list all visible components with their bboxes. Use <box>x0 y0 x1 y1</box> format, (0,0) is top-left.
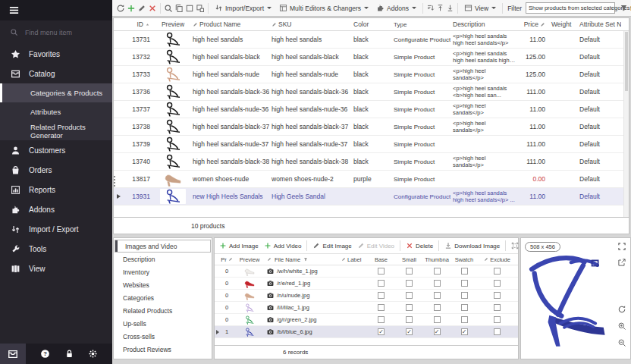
open-external-icon[interactable] <box>617 258 626 267</box>
checkbox-thumb[interactable] <box>434 292 441 299</box>
add-button[interactable] <box>127 2 136 14</box>
tab-categories[interactable]: Categories <box>115 291 211 304</box>
bottom-icon-help[interactable]: ? <box>40 349 50 359</box>
checkbox-swatch[interactable] <box>461 304 468 311</box>
tab-description[interactable]: Description <box>115 253 211 265</box>
checkbox-small[interactable] <box>406 268 413 275</box>
checkbox-exclude[interactable] <box>494 304 501 311</box>
bottom-icon-settings[interactable] <box>88 349 98 359</box>
column-attribute-set[interactable]: Attribute Set Name <box>577 20 621 28</box>
checkbox-thumb[interactable] <box>434 328 441 335</box>
tab-images-and-video[interactable]: Images and Video <box>115 240 211 253</box>
edit-image-button[interactable]: Edit Image <box>311 242 353 249</box>
sidebar-item-catalog[interactable]: Catalog <box>0 64 112 83</box>
checkbox-exclude[interactable] <box>494 268 501 275</box>
column-color[interactable]: Color <box>351 20 391 28</box>
checkbox-base[interactable] <box>378 316 385 323</box>
column-base[interactable]: Base <box>367 256 395 263</box>
edit-button[interactable] <box>137 2 146 14</box>
product-row-13738[interactable]: 13738 high heel sandals-black-37 high he… <box>114 118 629 136</box>
sidebar-item-view[interactable]: View <box>0 259 112 278</box>
move-down-button[interactable] <box>446 2 454 14</box>
product-row-13740[interactable]: 13740 high heel sandals-black-38 high he… <box>114 153 629 171</box>
fullscreen-icon[interactable] <box>617 242 626 251</box>
sidebar-subitem-categories-products[interactable]: Categories & Products <box>0 83 112 102</box>
image-row-w-h-white-1-jpg[interactable]: 0 /w/h/white_1.jpg <box>215 265 518 278</box>
zoom-in-icon[interactable] <box>617 322 626 331</box>
checkbox-exclude[interactable] <box>494 316 501 323</box>
checkbox-base[interactable] <box>378 280 385 287</box>
column-label[interactable]: Label <box>340 256 367 263</box>
column-thumbnail[interactable]: Thumbna <box>423 256 450 263</box>
tab-websites[interactable]: Websites <box>115 278 211 291</box>
checkbox-small[interactable] <box>406 304 413 311</box>
product-row-13817[interactable]: 13817 women shoes-nude women shoes-nude-… <box>114 171 629 188</box>
download-image-button[interactable]: Download Image <box>443 242 501 249</box>
copy-button[interactable] <box>174 2 184 14</box>
add-video-button[interactable]: Add Video <box>262 242 303 249</box>
product-row-13739[interactable]: 13739 high heel sandals-nude-37 high hee… <box>114 136 629 153</box>
menu-search-input[interactable] <box>24 28 96 37</box>
checkbox-small[interactable] <box>406 280 413 287</box>
checkbox-swatch[interactable] <box>461 268 468 275</box>
product-row-13737[interactable]: 13737 high heel sandals-nude-36 high hee… <box>114 101 629 118</box>
image-row-l-i-lilac-1-jpg[interactable]: 0 /l/i/lilac_1.jpg <box>215 302 518 314</box>
product-row-13732[interactable]: 13732 high heel sandals-black high heel … <box>114 49 629 66</box>
refresh-button[interactable] <box>116 2 125 14</box>
menu-addons[interactable]: Addons <box>373 2 419 14</box>
splitter-handle[interactable] <box>114 176 118 187</box>
move-up-button[interactable] <box>436 2 444 14</box>
product-row-13931[interactable]: 13931 new High Heels Sandals High Geels … <box>114 188 629 206</box>
delete-button[interactable]: Delete <box>404 242 435 249</box>
scrollbar-thumb[interactable] <box>625 32 628 91</box>
category-filter-select[interactable]: Show products from selected categories <box>526 2 615 14</box>
image-row-n-u-nude-jpg[interactable]: 0 /n/u/nude.jpg <box>215 290 518 302</box>
tab-related-products[interactable]: Related Products <box>115 304 211 317</box>
bottom-icon-lock[interactable] <box>64 349 74 359</box>
menu-multi-editors-changers[interactable]: Multi Editors & Changers <box>276 2 372 14</box>
delete-button[interactable] <box>148 2 157 14</box>
column-product-name[interactable]: Product Name <box>190 20 269 28</box>
tab-inventory[interactable]: Inventory <box>115 265 211 278</box>
checkbox-exclude[interactable] <box>494 292 501 299</box>
checkbox-exclude[interactable] <box>494 280 501 287</box>
column-swatch[interactable]: Swatch <box>450 256 478 263</box>
checkbox-swatch[interactable] <box>461 280 468 287</box>
column-small[interactable]: Small <box>395 256 423 263</box>
product-row-13736[interactable]: 13736 high heel sandals-black-36 high he… <box>114 83 629 101</box>
vertical-scrollbar[interactable] <box>623 31 629 217</box>
image-row-b-l-blue-6-jpg[interactable]: 1 /b/l/blue_6.jpg <box>215 326 518 338</box>
checkbox-small[interactable] <box>406 292 413 299</box>
duplicate-button[interactable] <box>196 2 205 14</box>
sidebar-item-reports[interactable]: Reports <box>0 180 112 199</box>
checkbox-base[interactable] <box>378 268 385 275</box>
zoom-out-icon[interactable] <box>617 338 626 347</box>
menu-view[interactable]: View <box>461 2 499 14</box>
sidebar-item-import-export[interactable]: Import / Export <box>0 219 112 239</box>
bottom-icon-products[interactable] <box>0 344 26 364</box>
checkbox-swatch[interactable] <box>461 328 468 335</box>
sidebar-item-customers[interactable]: Customers <box>0 140 112 160</box>
image-row-r-e-red-1-jpg[interactable]: 0 /r/e/red_1.jpg <box>215 278 518 290</box>
sidebar-item-tools[interactable]: Tools <box>0 239 112 259</box>
sidebar-item-favorites[interactable]: Favorites <box>0 44 112 64</box>
rotate-icon[interactable] <box>617 305 626 314</box>
column-id[interactable]: ID <box>124 20 155 28</box>
edit-video-button[interactable]: Edit Video <box>356 242 396 249</box>
column-preview[interactable]: Preview <box>234 256 265 263</box>
menu-filters[interactable]: Filters <box>617 2 631 14</box>
column-exclude[interactable]: Exclude <box>478 256 516 263</box>
sort-button[interactable] <box>426 2 435 14</box>
checkbox-thumb[interactable] <box>434 268 441 275</box>
checkbox-small[interactable] <box>406 328 413 335</box>
column-description[interactable]: Description <box>450 20 520 28</box>
tab-product-reviews[interactable]: Product Reviews <box>115 343 211 356</box>
checkbox-small[interactable] <box>406 316 413 323</box>
product-row-13731[interactable]: 13731 high heel sandals high heel sandal… <box>114 31 629 49</box>
hamburger-menu-icon[interactable] <box>8 5 20 16</box>
sidebar-item-orders[interactable]: Orders <box>0 160 112 180</box>
checkbox-base[interactable] <box>378 328 385 335</box>
column-file-name[interactable]: File Name <box>265 256 340 263</box>
checkbox-swatch[interactable] <box>461 292 468 299</box>
tab-up-sells[interactable]: Up-sells <box>115 317 211 330</box>
